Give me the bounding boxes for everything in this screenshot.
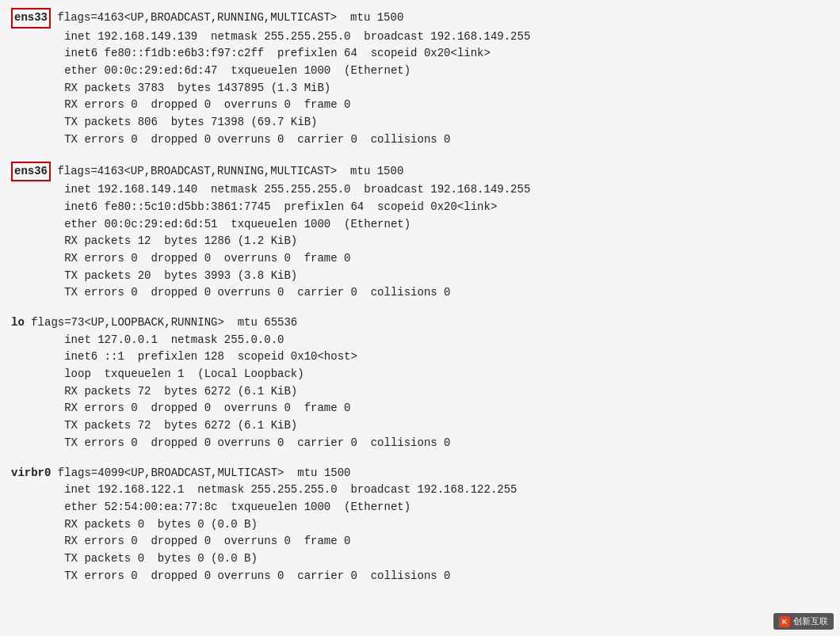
interface-name-virbr0: virbr0 (11, 465, 51, 482)
interface-header-virbr0: virbr0 flags=4099<UP,BROADCAST,MULTICAST… (11, 465, 829, 482)
interface-line-lo-4: RX packets 72 bytes 6272 (6.1 KiB) (11, 383, 829, 401)
interface-block-ens33: ens33 flags=4163<UP,BROADCAST,RUNNING,MU… (11, 8, 829, 149)
interface-line-lo-1: inet 127.0.0.1 netmask 255.0.0.0 (11, 332, 829, 349)
interface-header-lo: lo flags=73<UP,LOOPBACK,RUNNING> mtu 655… (11, 314, 829, 332)
interface-header-ens36: ens36 flags=4163<UP,BROADCAST,RUNNING,MU… (11, 162, 829, 182)
interface-line-ens36-7: TX errors 0 dropped 0 overruns 0 carrier… (11, 284, 829, 302)
interface-line-virbr0-4: RX errors 0 dropped 0 overruns 0 frame 0 (11, 533, 829, 550)
watermark-icon: K (779, 616, 790, 627)
watermark: K 创新互联 (773, 613, 834, 630)
interface-line-ens33-6: TX packets 806 bytes 71398 (69.7 KiB) (11, 114, 829, 131)
interface-block-ens36: ens36 flags=4163<UP,BROADCAST,RUNNING,MU… (11, 162, 829, 303)
interface-line-virbr0-5: TX packets 0 bytes 0 (0.0 B) (11, 550, 829, 568)
interface-line-ens33-7: TX errors 0 dropped 0 overruns 0 carrier… (11, 131, 829, 149)
interface-colon-ens36: flags=4163<UP,BROADCAST,RUNNING,MULTICAS… (51, 163, 403, 181)
interface-line-lo-3: loop txqueuelen 1 (Local Loopback) (11, 366, 829, 383)
interface-colon-lo: flags=73<UP,LOOPBACK,RUNNING> mtu 65536 (25, 314, 297, 332)
interface-line-virbr0-1: inet 192.168.122.1 netmask 255.255.255.0… (11, 482, 829, 499)
interface-line-lo-7: TX errors 0 dropped 0 overruns 0 carrier… (11, 435, 829, 452)
interface-block-lo: lo flags=73<UP,LOOPBACK,RUNNING> mtu 655… (11, 314, 829, 452)
interface-header-ens33: ens33 flags=4163<UP,BROADCAST,RUNNING,MU… (11, 8, 829, 29)
interface-line-ens36-3: ether 00:0c:29:ed:6d:51 txqueuelen 1000 … (11, 216, 829, 234)
interface-line-ens33-5: RX errors 0 dropped 0 overruns 0 frame 0 (11, 97, 829, 114)
interface-name-lo: lo (11, 314, 25, 332)
interface-line-lo-5: RX errors 0 dropped 0 overruns 0 frame 0 (11, 400, 829, 417)
terminal-window: ens33 flags=4163<UP,BROADCAST,RUNNING,MU… (0, 0, 840, 636)
interface-line-virbr0-3: RX packets 0 bytes 0 (0.0 B) (11, 516, 829, 534)
interface-line-lo-6: TX packets 72 bytes 6272 (6.1 KiB) (11, 417, 829, 435)
interface-line-ens36-1: inet 192.168.149.140 netmask 255.255.255… (11, 181, 829, 199)
interface-line-ens33-2: inet6 fe80::f1db:e6b3:f97:c2ff prefixlen… (11, 45, 829, 63)
interface-line-ens33-1: inet 192.168.149.139 netmask 255.255.255… (11, 29, 829, 46)
interface-line-ens36-2: inet6 fe80::5c10:d5bb:3861:7745 prefixle… (11, 199, 829, 216)
interface-line-ens33-3: ether 00:0c:29:ed:6d:47 txqueuelen 1000 … (11, 63, 829, 80)
interface-name-ens36: ens36 (11, 162, 51, 182)
watermark-text: 创新互联 (793, 615, 828, 627)
interface-line-ens36-6: TX packets 20 bytes 3993 (3.8 KiB) (11, 268, 829, 285)
interface-line-lo-2: inet6 ::1 prefixlen 128 scopeid 0x10<hos… (11, 348, 829, 366)
interface-line-ens33-4: RX packets 3783 bytes 1437895 (1.3 MiB) (11, 80, 829, 97)
interface-name-ens33: ens33 (11, 8, 51, 29)
interface-line-virbr0-2: ether 52:54:00:ea:77:8c txqueuelen 1000 … (11, 499, 829, 516)
interface-colon-virbr0: flags=4099<UP,BROADCAST,MULTICAST> mtu 1… (51, 465, 350, 482)
interface-block-virbr0: virbr0 flags=4099<UP,BROADCAST,MULTICAST… (11, 465, 829, 585)
interface-line-ens36-5: RX errors 0 dropped 0 overruns 0 frame 0 (11, 250, 829, 268)
interface-line-ens36-4: RX packets 12 bytes 1286 (1.2 KiB) (11, 233, 829, 250)
interface-colon-ens33: flags=4163<UP,BROADCAST,RUNNING,MULTICAS… (51, 10, 403, 27)
interface-line-virbr0-6: TX errors 0 dropped 0 overruns 0 carrier… (11, 568, 829, 585)
